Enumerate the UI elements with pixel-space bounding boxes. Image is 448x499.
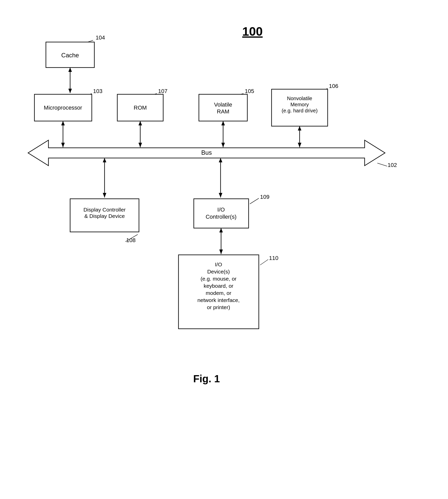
nonvolatile-label-1: Nonvolatile xyxy=(287,96,312,101)
diagram-svg: 100 104 Cache 103 Microprocessor 107 ROM… xyxy=(20,20,428,466)
svg-marker-33 xyxy=(219,193,222,198)
ref-106: 106 xyxy=(329,83,338,89)
svg-marker-3 xyxy=(68,89,72,93)
ref-102: 102 xyxy=(388,162,397,168)
io-controllers-label-2: Controller(s) xyxy=(206,214,236,220)
svg-line-40 xyxy=(260,259,268,265)
rom-label: ROM xyxy=(134,104,147,111)
volatile-ram-label-2: RAM xyxy=(217,108,229,115)
volatile-ram-label-1: Volatile xyxy=(214,101,232,108)
svg-line-35 xyxy=(250,198,259,204)
io-devices-label-1: I/O xyxy=(215,261,222,267)
svg-marker-28 xyxy=(103,193,106,198)
ref-103: 103 xyxy=(93,88,103,94)
nonvolatile-label-3: (e.g. hard drive) xyxy=(281,108,317,113)
io-devices-label-6: network interface, xyxy=(197,297,240,303)
ref-104: 104 xyxy=(96,34,105,41)
display-controller-label-1: Display Controller xyxy=(83,207,126,213)
svg-marker-38 xyxy=(219,250,223,254)
svg-marker-20 xyxy=(138,121,142,125)
svg-marker-39 xyxy=(219,228,223,232)
io-devices-label-5: modem, or xyxy=(206,290,231,296)
ref-110: 110 xyxy=(269,255,278,261)
io-devices-label-3: (e.g. mouse, or xyxy=(200,276,236,282)
main-title: 100 xyxy=(242,25,263,38)
fig-caption: Fig. 1 xyxy=(193,373,220,384)
svg-marker-25 xyxy=(298,143,301,147)
bus-label: Bus xyxy=(201,149,212,156)
svg-marker-17 xyxy=(61,121,65,125)
io-controllers-label-1: I/O xyxy=(217,206,225,213)
io-devices-label-2: Device(s) xyxy=(207,269,230,274)
io-devices-label-7: or printer) xyxy=(207,304,230,310)
diagram-container: 100 104 Cache 103 Microprocessor 107 ROM… xyxy=(20,20,428,466)
nonvolatile-label-2: Memory xyxy=(290,102,309,107)
svg-marker-26 xyxy=(298,126,301,130)
svg-marker-16 xyxy=(61,143,65,147)
cache-label: Cache xyxy=(61,52,79,59)
svg-marker-22 xyxy=(221,143,225,147)
ref-107: 107 xyxy=(158,88,168,94)
svg-marker-29 xyxy=(103,158,106,162)
microprocessor-label: Microprocessor xyxy=(44,104,82,111)
ref-109: 109 xyxy=(260,194,270,200)
svg-marker-34 xyxy=(219,158,222,162)
svg-marker-19 xyxy=(138,143,142,147)
svg-marker-4 xyxy=(68,68,72,72)
svg-marker-23 xyxy=(221,121,225,125)
display-controller-label-2: & Display Device xyxy=(84,213,125,219)
ref-105: 105 xyxy=(245,88,254,94)
svg-line-14 xyxy=(377,163,387,166)
io-devices-label-4: keyboard, or xyxy=(204,283,234,289)
